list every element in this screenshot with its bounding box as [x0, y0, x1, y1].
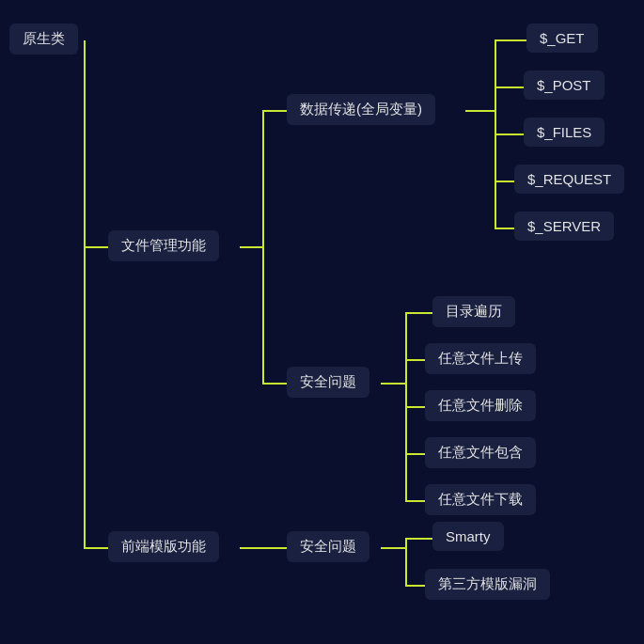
node-file-mgmt: 文件管理功能	[108, 230, 219, 261]
node-file-download: 任意文件下载	[425, 484, 536, 515]
mind-map: 原生类 文件管理功能 数据传递(全局变量) $_GET $_POST $_FIL…	[0, 0, 644, 644]
node-server: $_SERVER	[514, 212, 614, 241]
node-third-party: 第三方模版漏洞	[425, 569, 550, 600]
node-file-upload: 任意文件上传	[425, 343, 536, 374]
node-post: $_POST	[524, 71, 605, 100]
node-security2: 安全问题	[287, 531, 369, 562]
node-request: $_REQUEST	[514, 165, 624, 194]
node-dir-traverse: 目录遍历	[432, 296, 515, 327]
node-get: $_GET	[526, 24, 598, 53]
node-data-transfer: 数据传递(全局变量)	[287, 94, 435, 125]
node-file-delete: 任意文件删除	[425, 390, 536, 421]
node-root: 原生类	[9, 24, 78, 55]
node-files: $_FILES	[524, 118, 605, 147]
node-file-include: 任意文件包含	[425, 437, 536, 468]
node-frontend: 前端模版功能	[108, 531, 219, 562]
node-security1: 安全问题	[287, 367, 369, 398]
node-smarty: Smarty	[432, 522, 504, 551]
